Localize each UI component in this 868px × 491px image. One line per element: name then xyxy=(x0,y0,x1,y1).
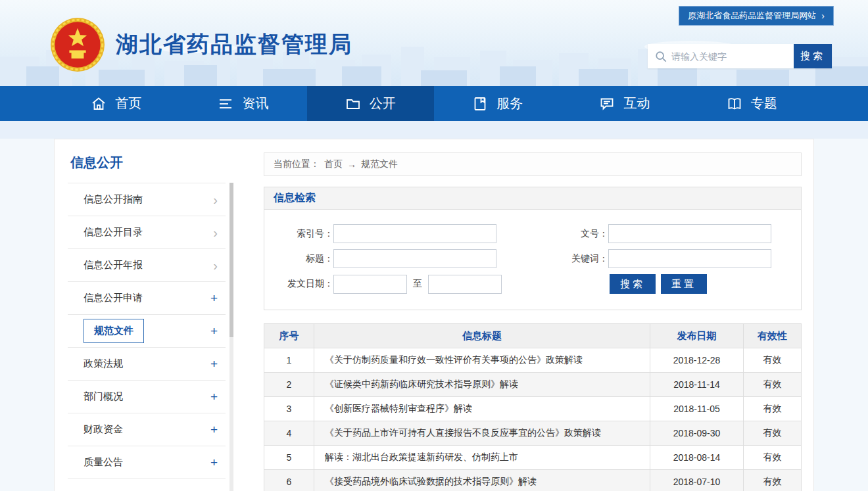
sidebar-item-guide[interactable]: 信息公开指南 › xyxy=(68,183,226,216)
table-row[interactable]: 4 《关于药品上市许可持有人直接报告不良反应事宜的公告》政策解读 2018-09… xyxy=(264,421,802,446)
header-search-button[interactable]: 搜索 xyxy=(794,44,832,68)
search-icon xyxy=(655,51,667,62)
plus-icon: + xyxy=(210,358,218,370)
breadcrumb-home-link[interactable]: 首页 xyxy=(324,158,343,170)
nav-item-news[interactable]: 资讯 xyxy=(180,86,306,121)
chevron-right-icon: › xyxy=(821,11,825,20)
cell-no: 6 xyxy=(264,470,314,491)
sidebar-item-label: 信息公开指南 xyxy=(84,193,143,206)
form-buttons: 搜索 重置 xyxy=(610,274,707,294)
sidebar-item-quality-notices[interactable]: 质量公告 + xyxy=(68,446,226,479)
old-site-link[interactable]: 原湖北省食品药品监督管理局网站 › xyxy=(679,6,834,26)
cell-title-link[interactable]: 《创新医疗器械特别审查程序》解读 xyxy=(314,397,650,421)
results-table-head: 序号 信息标题 发布日期 有效性 xyxy=(264,324,802,348)
chevron-right-icon: › xyxy=(213,226,218,239)
cell-title-link[interactable]: 解读：湖北出台政策提速新药研发、仿制药上市 xyxy=(314,446,650,470)
column-header-validity: 有效性 xyxy=(744,324,802,348)
nav-item-label: 互动 xyxy=(623,95,650,112)
nav-item-topics[interactable]: 专题 xyxy=(688,86,815,121)
sidebar-scrollbar[interactable] xyxy=(229,183,233,491)
index-number-input[interactable] xyxy=(333,224,496,243)
nav-item-label: 公开 xyxy=(370,95,396,112)
cell-validity: 有效 xyxy=(744,373,802,397)
table-row[interactable]: 3 《创新医疗器械特别审查程序》解读 2018-11-05 有效 xyxy=(264,397,802,421)
cell-validity: 有效 xyxy=(744,397,802,421)
breadcrumb-prefix: 当前位置： xyxy=(274,158,320,170)
header-sub-strip xyxy=(0,121,868,139)
cell-date: 2018-08-14 xyxy=(650,446,744,470)
cell-title-link[interactable]: 《关于仿制药质量和疗效一致性评价有关事项的公告》政策解读 xyxy=(314,348,650,373)
index-number-label: 索引号： xyxy=(264,228,333,240)
table-row[interactable]: 6 《接受药品境外临床试验数据的技术指导原则》解读 2018-07-10 有效 xyxy=(264,470,802,491)
nav-item-home[interactable]: 首页 xyxy=(53,86,180,121)
issue-date-label: 发文日期： xyxy=(264,278,333,290)
sidebar-item-label: 信息公开申请 xyxy=(84,292,143,304)
header-search: 搜索 xyxy=(648,44,832,68)
plus-icon: + xyxy=(210,423,218,436)
cell-validity: 有效 xyxy=(744,470,802,491)
folder-icon xyxy=(345,96,361,112)
title-label: 标题： xyxy=(264,253,333,265)
date-from-input[interactable] xyxy=(333,275,407,294)
nav-item-interact[interactable]: 互动 xyxy=(561,86,688,121)
sidebar-item-label: 信息公开目录 xyxy=(84,226,143,239)
news-lines-icon xyxy=(218,96,233,112)
form-reset-button[interactable]: 重置 xyxy=(661,274,707,294)
plus-icon: + xyxy=(210,456,218,469)
form-row: 索引号： 文号： xyxy=(264,224,801,243)
nav-item-disclosure[interactable]: 公开 xyxy=(307,86,434,121)
form-search-button[interactable]: 搜索 xyxy=(610,274,656,294)
sidebar-item-regulatory-files[interactable]: 规范文件 + xyxy=(68,315,226,348)
nav-item-label: 资讯 xyxy=(242,95,268,112)
home-icon xyxy=(91,96,107,112)
cell-date: 2018-07-10 xyxy=(650,470,744,491)
cell-title-link[interactable]: 《关于药品上市许可持有人直接报告不良反应事宜的公告》政策解读 xyxy=(314,421,650,446)
search-input[interactable] xyxy=(648,44,794,68)
keyword-input[interactable] xyxy=(608,249,771,268)
plus-icon: + xyxy=(210,325,218,337)
site-brand: 湖北省药品监督管理局 xyxy=(50,14,352,75)
plus-icon: + xyxy=(210,390,218,403)
cell-title-link[interactable]: 《证候类中药新药临床研究技术指导原则》解读 xyxy=(314,373,650,397)
plus-icon: + xyxy=(210,292,218,304)
sidebar-item-fiscal-funds[interactable]: 财政资金 + xyxy=(68,413,226,446)
table-row[interactable]: 2 《证候类中药新药临床研究技术指导原则》解读 2018-11-14 有效 xyxy=(264,373,802,397)
cell-validity: 有效 xyxy=(744,421,802,446)
main-content-card: 信息公开 信息公开指南 › 信息公开目录 › 信息公开年报 › 信息公开申请 +… xyxy=(54,139,814,491)
sidebar-item-label: 质量公告 xyxy=(84,456,123,469)
cell-date: 2018-09-30 xyxy=(650,421,744,446)
cell-title-link[interactable]: 《接受药品境外临床试验数据的技术指导原则》解读 xyxy=(314,470,650,491)
content-area: 当前位置： 首页 → 规范文件 信息检索 索引号： 文号： 标题： 关键词： xyxy=(264,152,802,491)
sidebar-item-label: 部门概况 xyxy=(84,390,123,403)
sidebar-item-catalog[interactable]: 信息公开目录 › xyxy=(68,216,226,249)
cell-no: 2 xyxy=(264,373,314,397)
national-emblem-logo xyxy=(50,17,105,72)
sidebar-item-application[interactable]: 信息公开申请 + xyxy=(68,282,226,315)
table-row[interactable]: 1 《关于仿制药质量和疗效一致性评价有关事项的公告》政策解读 2018-12-2… xyxy=(264,348,802,373)
sidebar-item-annual-report[interactable]: 信息公开年报 › xyxy=(68,249,226,282)
date-to-input[interactable] xyxy=(428,275,502,294)
old-site-link-label: 原湖北省食品药品监督管理局网站 xyxy=(688,10,816,22)
sidebar-scrollbar-thumb[interactable] xyxy=(229,183,233,337)
sidebar-item-department-overview[interactable]: 部门概况 + xyxy=(68,381,226,413)
nav-item-label: 专题 xyxy=(751,95,777,112)
breadcrumb-arrow-icon: → xyxy=(347,159,356,170)
breadcrumb: 当前位置： 首页 → 规范文件 xyxy=(264,152,802,176)
chevron-right-icon: › xyxy=(213,259,218,272)
form-row: 发文日期： 至 搜索 重置 xyxy=(264,274,801,294)
nav-inner: 首页 资讯 公开 xyxy=(53,86,815,121)
table-row[interactable]: 5 解读：湖北出台政策提速新药研发、仿制药上市 2018-08-14 有效 xyxy=(264,446,802,470)
info-search-panel-title: 信息检索 xyxy=(264,187,801,210)
title-input[interactable] xyxy=(333,249,496,268)
open-book-icon xyxy=(727,96,742,112)
breadcrumb-current: 规范文件 xyxy=(361,158,398,170)
form-row: 标题： 关键词： xyxy=(264,249,801,268)
sidebar-item-policies[interactable]: 政策法规 + xyxy=(68,348,226,381)
chat-bubble-icon xyxy=(599,96,615,112)
site-header: 原湖北省食品药品监督管理局网站 › 湖北省药品监督管理局 搜索 xyxy=(0,0,868,86)
cell-validity: 有效 xyxy=(744,348,802,373)
nav-item-service[interactable]: 服务 xyxy=(434,86,561,121)
table-header-row: 序号 信息标题 发布日期 有效性 xyxy=(264,324,802,348)
doc-number-input[interactable] xyxy=(608,224,771,243)
chevron-right-icon: › xyxy=(213,193,218,206)
